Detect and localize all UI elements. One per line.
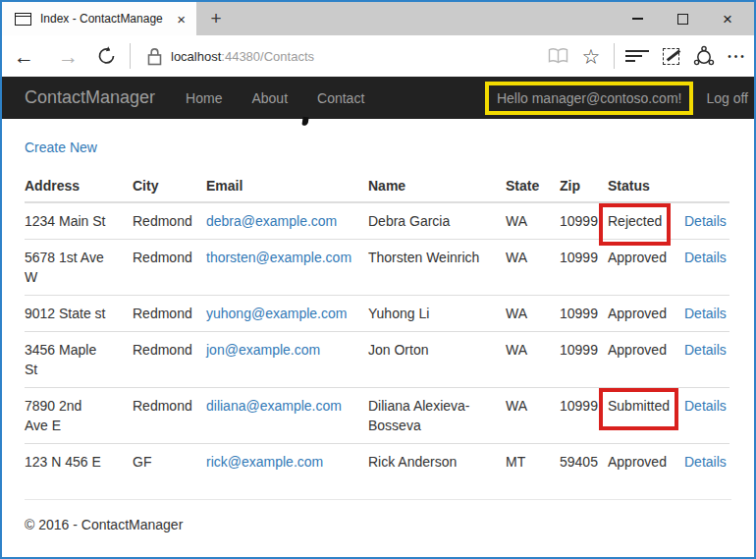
web-note-button[interactable] bbox=[655, 40, 686, 72]
ellipsis-icon: ••• bbox=[728, 51, 747, 62]
cell-address: 7890 2nd Ave E bbox=[25, 388, 133, 444]
create-new-link[interactable]: Create New bbox=[25, 140, 97, 155]
cell-city: Redmond bbox=[133, 332, 206, 388]
cell-city: GF bbox=[133, 444, 206, 480]
log-off-link[interactable]: Log off bbox=[706, 90, 748, 106]
cell-state: WA bbox=[506, 332, 560, 388]
email-link[interactable]: yuhong@example.com bbox=[206, 306, 347, 321]
status-value: Approved bbox=[608, 444, 684, 480]
brand-link[interactable]: ContactManager bbox=[25, 87, 155, 108]
cell-zip: 10999 bbox=[560, 240, 608, 296]
status-value: Submitted bbox=[608, 398, 670, 414]
cell-city: Redmond bbox=[133, 202, 206, 240]
favorites-button[interactable]: ☆ bbox=[575, 40, 607, 72]
details-link[interactable]: Details bbox=[684, 306, 727, 321]
details-link[interactable]: Details bbox=[684, 213, 727, 229]
cell-address: 1234 Main St bbox=[25, 202, 133, 240]
user-greeting-highlight: Hello manager@contoso.com! bbox=[485, 82, 694, 115]
details-link[interactable]: Details bbox=[684, 250, 727, 265]
refresh-button[interactable] bbox=[91, 40, 123, 72]
more-actions-button[interactable]: ••• bbox=[722, 40, 753, 72]
minimize-button[interactable] bbox=[615, 2, 660, 35]
cell-name: Thorsten Weinrich bbox=[368, 240, 506, 296]
navbar-right: Hello manager@contoso.com! Log off bbox=[485, 90, 748, 106]
cell-address: 3456 Maple St bbox=[25, 332, 133, 388]
contacts-table: Address City Email Name State Zip Status… bbox=[25, 170, 729, 479]
new-tab-button[interactable]: + bbox=[203, 5, 229, 32]
toolbar-divider bbox=[130, 43, 131, 69]
status-highlight: Rejected bbox=[599, 203, 671, 246]
maximize-button[interactable] bbox=[660, 2, 705, 35]
col-zip: Zip bbox=[560, 170, 608, 202]
reading-view-button[interactable] bbox=[542, 40, 573, 72]
url-path: :44380/Contacts bbox=[221, 49, 314, 64]
cell-address: 9012 State st bbox=[25, 296, 133, 332]
page-icon bbox=[15, 13, 31, 26]
details-link[interactable]: Details bbox=[684, 454, 727, 470]
cell-zip: 10999 bbox=[560, 296, 608, 332]
details-link[interactable]: Details bbox=[684, 398, 727, 414]
lock-icon bbox=[146, 46, 163, 67]
table-row: 123 N 456 E GF rick@example.com Rick And… bbox=[25, 444, 729, 480]
cell-name: Diliana Alexieva- Bosseva bbox=[368, 388, 506, 444]
status-value: Rejected bbox=[608, 213, 662, 229]
cell-state: WA bbox=[506, 202, 560, 240]
cell-state: MT bbox=[506, 444, 560, 480]
browser-toolbar: ← → localhost:44380/Contacts ☆ bbox=[2, 35, 754, 77]
nav-home[interactable]: Home bbox=[171, 90, 237, 106]
col-actions bbox=[684, 170, 729, 202]
col-city: City bbox=[133, 170, 206, 202]
email-link[interactable]: diliana@example.com bbox=[206, 398, 342, 414]
footer-divider bbox=[25, 499, 731, 500]
cell-city: Redmond bbox=[133, 296, 206, 332]
table-row: 9012 State st Redmond yuhong@example.com… bbox=[25, 296, 729, 332]
details-link[interactable]: Details bbox=[684, 342, 727, 358]
user-greeting[interactable]: Hello manager@contoso.com! bbox=[497, 90, 682, 106]
status-value: Approved bbox=[608, 332, 684, 388]
col-email: Email bbox=[206, 170, 368, 202]
nav-about[interactable]: About bbox=[237, 90, 302, 106]
window-controls: × bbox=[615, 2, 750, 35]
col-name: Name bbox=[368, 170, 506, 202]
footer-copyright: © 2016 - ContactManager bbox=[25, 517, 731, 532]
cell-name: Debra Garcia bbox=[368, 202, 506, 240]
table-row: 1234 Main St Redmond debra@example.com D… bbox=[25, 202, 729, 240]
back-button[interactable]: ← bbox=[2, 46, 46, 67]
email-link[interactable]: rick@example.com bbox=[206, 454, 323, 470]
book-icon bbox=[547, 47, 569, 65]
hub-button[interactable] bbox=[621, 40, 653, 72]
cell-zip: 10999 bbox=[560, 332, 608, 388]
cell-city: Redmond bbox=[133, 388, 206, 444]
cell-city: Redmond bbox=[133, 240, 206, 296]
email-link[interactable]: jon@example.com bbox=[206, 342, 320, 358]
minimize-icon bbox=[632, 18, 643, 20]
cell-zip: 59405 bbox=[560, 444, 608, 480]
table-row: 5678 1st Ave W Redmond thorsten@example.… bbox=[25, 240, 729, 296]
col-address: Address bbox=[25, 170, 133, 202]
cell-name: Rick Anderson bbox=[368, 444, 506, 480]
cell-state: WA bbox=[506, 296, 560, 332]
table-header-row: Address City Email Name State Zip Status bbox=[25, 170, 729, 202]
browser-tab[interactable]: Index - ContactManage × bbox=[2, 2, 196, 35]
email-link[interactable]: thorsten@example.com bbox=[206, 250, 351, 265]
refresh-icon bbox=[96, 45, 118, 67]
tab-title: Index - ContactManage bbox=[40, 12, 168, 26]
close-window-button[interactable]: × bbox=[705, 2, 750, 35]
nav-contact[interactable]: Contact bbox=[302, 90, 379, 106]
cell-name: Jon Orton bbox=[368, 332, 506, 388]
col-status: Status bbox=[608, 170, 684, 202]
tab-close-icon[interactable]: × bbox=[174, 11, 189, 28]
cell-name: Yuhong Li bbox=[368, 296, 506, 332]
col-state: State bbox=[506, 170, 560, 202]
toolbar-divider-2 bbox=[614, 43, 615, 69]
share-button[interactable] bbox=[688, 40, 720, 72]
table-row: 3456 Maple St Redmond jon@example.com Jo… bbox=[25, 332, 729, 388]
forward-button[interactable]: → bbox=[46, 46, 90, 67]
address-bar[interactable]: localhost:44380/Contacts bbox=[171, 49, 314, 64]
email-link[interactable]: debra@example.com bbox=[206, 213, 337, 229]
share-icon bbox=[693, 45, 715, 67]
status-value: Approved bbox=[608, 240, 684, 296]
site-security[interactable] bbox=[136, 46, 171, 67]
titlebar: Index - ContactManage × + × bbox=[2, 2, 754, 35]
cell-state: WA bbox=[506, 240, 560, 296]
